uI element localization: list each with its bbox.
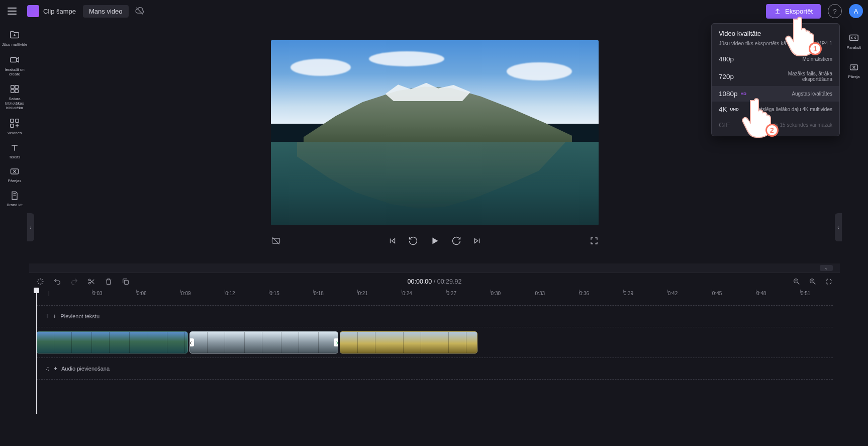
- export-panel-format: MP4 1: [817, 40, 832, 46]
- video-preview[interactable]: [271, 40, 599, 225]
- skip-forward-button[interactable]: [472, 236, 481, 245]
- sidebar-item-label: Ierakstīt un create: [2, 68, 28, 77]
- ruler-tick: 0:33: [535, 291, 545, 296]
- video-track[interactable]: ⨯ ⨯: [36, 330, 833, 354]
- svg-rect-6: [11, 119, 14, 122]
- sidebar-item-library[interactable]: Satura bibliotēkas bibliotēka: [2, 83, 28, 110]
- zoom-in-button[interactable]: [809, 278, 817, 286]
- export-button[interactable]: Eksportēt: [766, 4, 821, 19]
- sidebar-item-label: Veidnes: [8, 131, 22, 136]
- split-button[interactable]: [87, 278, 95, 286]
- svg-rect-7: [16, 119, 19, 122]
- templates-icon: [9, 118, 20, 129]
- ruler-tick: 0:24: [402, 291, 412, 296]
- ruler-tick: 0:48: [756, 291, 766, 296]
- ruler-tick: 0:36: [580, 291, 589, 296]
- export-panel-subtitle: Jūsu video tiks eksportēts kā: [719, 40, 786, 46]
- app-logo: [27, 5, 39, 17]
- video-clip-1[interactable]: [36, 331, 188, 353]
- svg-rect-5: [15, 90, 18, 93]
- duplicate-button[interactable]: [122, 278, 130, 286]
- brandkit-icon: [10, 191, 20, 201]
- video-clip-2[interactable]: ⨯ ⨯: [189, 331, 338, 353]
- sidebar-item-templates[interactable]: Veidnes: [2, 118, 28, 136]
- sidebar-item-transitions[interactable]: Pārejas: [2, 166, 28, 184]
- camera-icon: [9, 54, 20, 65]
- disable-preview-icon[interactable]: [271, 236, 281, 246]
- plus-icon: +: [53, 313, 56, 320]
- transition-badge-icon[interactable]: ⨯: [334, 338, 338, 346]
- export-panel-title: Video kvalitāte: [719, 30, 832, 37]
- sidebar-item-label: Brand kit: [7, 203, 23, 208]
- project-title[interactable]: Mans video: [83, 5, 128, 18]
- sidebar-item-label: Paraksti: [847, 46, 861, 50]
- upload-icon: [774, 8, 781, 15]
- undo-button[interactable]: [53, 278, 61, 286]
- sidebar-item-label: Pāreja: [848, 75, 859, 79]
- ruler-tick: 0:03: [92, 291, 102, 296]
- ruler-tick: 0:30: [491, 291, 501, 296]
- audio-track-label: Audio pievienošana: [61, 366, 110, 372]
- sidebar-item-text[interactable]: Teksts: [2, 143, 28, 160]
- redo-button[interactable]: [70, 278, 78, 286]
- menu-button[interactable]: [5, 4, 19, 18]
- export-option-gif[interactable]: GIF failu 15 sekundes vai mazāk: [712, 117, 839, 133]
- user-avatar[interactable]: A: [849, 4, 863, 18]
- transition-icon: [10, 166, 20, 176]
- rewind-button[interactable]: [408, 236, 418, 246]
- text-icon: [10, 143, 20, 153]
- sidebar-item-label: Satura bibliotēkas bibliotēka: [2, 97, 28, 110]
- plus-icon: +: [54, 365, 57, 372]
- play-button[interactable]: [429, 235, 440, 246]
- svg-rect-3: [15, 85, 18, 88]
- ruler-tick: 0:27: [447, 291, 456, 296]
- cc-icon: [848, 32, 859, 43]
- expand-right-panel[interactable]: ‹: [835, 213, 842, 241]
- app-name: Clip šampe: [43, 8, 76, 15]
- export-option-1080p[interactable]: 1080pHD Augstas kvalitātes: [712, 86, 839, 102]
- magic-tool[interactable]: [36, 278, 44, 286]
- sidebar-item-brandkit[interactable]: Brand kit: [2, 191, 28, 208]
- fit-button[interactable]: [825, 278, 833, 286]
- ruler-tick: 0:15: [269, 291, 279, 296]
- fullscreen-button[interactable]: [590, 236, 599, 245]
- skip-back-button[interactable]: [388, 236, 397, 245]
- ruler-tick: 0:51: [801, 291, 810, 296]
- audio-track[interactable]: ♫ + Audio pievienošana: [36, 358, 833, 380]
- timeline-ruler[interactable]: |0:030:060:090:120:150:180:210:240:270:3…: [36, 290, 833, 303]
- export-quality-panel: Video kvalitāte Jūsu video tiks eksportē…: [711, 23, 840, 136]
- sidebar-item-captions[interactable]: Paraksti: [841, 32, 867, 50]
- playhead[interactable]: [36, 288, 37, 414]
- export-option-720p[interactable]: 720p Mazāks fails, ātrāka eksportēšana: [712, 67, 839, 86]
- export-option-480p[interactable]: 480p Melnrakstiem: [712, 51, 839, 67]
- ruler-tick: 0:45: [712, 291, 722, 296]
- export-button-label: Eksportēt: [785, 8, 813, 15]
- svg-rect-8: [11, 124, 14, 127]
- svg-rect-4: [11, 90, 14, 93]
- text-icon: T: [45, 313, 49, 320]
- help-button[interactable]: ?: [828, 4, 842, 18]
- sync-off-icon[interactable]: [135, 6, 145, 16]
- svg-rect-1: [11, 57, 17, 62]
- forward-button[interactable]: [451, 236, 461, 246]
- library-icon: [9, 83, 20, 95]
- ruler-tick: 0:21: [358, 291, 367, 296]
- folder-plus-icon: [9, 29, 20, 40]
- sidebar-item-transition[interactable]: Pāreja: [841, 62, 867, 79]
- delete-button[interactable]: [105, 278, 113, 286]
- collapse-timeline-button[interactable]: ⌄: [820, 265, 833, 271]
- transition-badge-icon[interactable]: ⨯: [189, 338, 194, 346]
- zoom-out-button[interactable]: [793, 278, 801, 286]
- video-clip-3[interactable]: [340, 331, 477, 353]
- sidebar-item-media[interactable]: Jūsu multivide: [2, 29, 28, 47]
- ruler-tick: 0:42: [668, 291, 678, 296]
- export-option-4k[interactable]: 4KUHD atslēga lielāko daļu 4K multivides: [712, 102, 839, 117]
- ruler-tick: 0:12: [225, 291, 235, 296]
- ruler-tick: |: [48, 291, 50, 296]
- sidebar-item-label: Jūsu multivide: [2, 43, 28, 47]
- music-note-icon: ♫: [45, 365, 50, 372]
- text-track-label: Pievienot tekstu: [60, 313, 100, 319]
- sidebar-item-record[interactable]: Ierakstīt un create: [2, 54, 28, 77]
- text-track[interactable]: T + Pievienot tekstu: [36, 305, 833, 327]
- playhead-time: 00:00.00 / 00:29.92: [408, 278, 462, 285]
